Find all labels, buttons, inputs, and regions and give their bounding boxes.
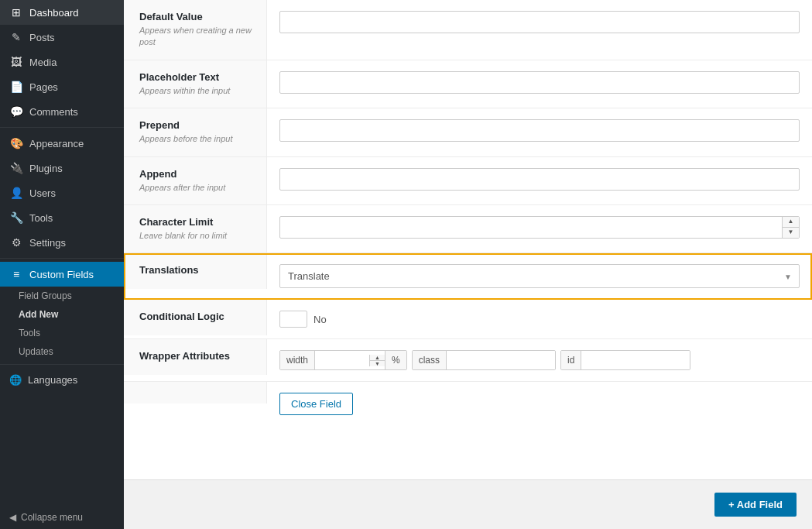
appearance-icon: 🎨 xyxy=(9,137,23,149)
width-spinner-up[interactable]: ▲ xyxy=(370,355,385,361)
sidebar-subitem-updates[interactable]: Updates xyxy=(0,342,124,361)
sidebar-item-label: Tools xyxy=(29,212,53,224)
dashboard-icon: ⊞ xyxy=(9,6,23,19)
field-label-desc: Appears after the input xyxy=(139,182,254,194)
prepend-input[interactable] xyxy=(279,119,800,142)
field-row-close-field: Close Field xyxy=(124,382,812,426)
sidebar: ⊞ Dashboard ✎ Posts 🖼 Media 📄 Pages 💬 Co… xyxy=(0,0,124,529)
sidebar-subitem-label: Field Groups xyxy=(19,290,72,301)
sidebar-divider-2 xyxy=(0,258,124,259)
sidebar-item-label: Plugins xyxy=(29,163,63,174)
character-limit-spinners: ▲ ▼ xyxy=(782,217,799,238)
append-input[interactable] xyxy=(279,168,800,191)
field-input-append xyxy=(267,157,812,201)
close-field-button[interactable]: Close Field xyxy=(279,393,353,415)
sidebar-subitem-field-groups[interactable]: Field Groups xyxy=(0,287,124,305)
field-label-desc: Appears before the input xyxy=(139,133,254,145)
field-row-placeholder-text: Placeholder Text Appears within the inpu… xyxy=(124,60,812,108)
sidebar-item-label: Custom Fields xyxy=(29,269,94,280)
spinner-up[interactable]: ▲ xyxy=(783,217,799,228)
field-row-wrapper-attributes: Wrapper Attributes width ▲ ▼ % xyxy=(124,339,812,382)
sidebar-item-label: Dashboard xyxy=(29,7,79,19)
sidebar-item-media[interactable]: 🖼 Media xyxy=(0,50,124,74)
collapse-label: Collapse menu xyxy=(21,512,83,523)
character-limit-wrap: ▲ ▼ xyxy=(279,216,800,239)
sidebar-item-posts[interactable]: ✎ Posts xyxy=(0,25,124,50)
field-label-title: Default Value xyxy=(139,11,254,22)
field-row-default-value: Default Value Appears when creating a ne… xyxy=(124,0,812,60)
sidebar-item-appearance[interactable]: 🎨 Appearance xyxy=(0,131,124,156)
page-footer: + Add Field xyxy=(124,479,812,529)
field-input-placeholder-text xyxy=(267,60,812,105)
comments-icon: 💬 xyxy=(9,105,23,118)
class-attr-group: class xyxy=(412,350,556,370)
sidebar-item-custom-fields[interactable]: ≡ Custom Fields xyxy=(0,262,124,287)
users-icon: 👤 xyxy=(9,187,23,199)
field-label-title: Append xyxy=(139,168,254,180)
width-input[interactable] xyxy=(315,351,369,369)
field-input-conditional-logic: No xyxy=(267,300,812,338)
field-label-conditional-logic: Conditional Logic xyxy=(124,300,267,335)
field-label-placeholder-text: Placeholder Text Appears within the inpu… xyxy=(124,60,267,108)
width-spinner-down[interactable]: ▼ xyxy=(370,361,385,366)
sidebar-subitem-add-new[interactable]: Add New xyxy=(0,305,124,324)
field-input-translations: Translate Copy Disable xyxy=(267,253,812,299)
width-spinners: ▲ ▼ xyxy=(369,355,385,366)
class-input[interactable] xyxy=(447,351,555,369)
sidebar-item-label: Posts xyxy=(29,32,55,43)
sidebar-item-settings[interactable]: ⚙ Settings xyxy=(0,230,124,255)
sidebar-item-label: Settings xyxy=(29,237,66,249)
field-label-character-limit: Character Limit Leave blank for no limit xyxy=(124,205,267,252)
sidebar-item-plugins[interactable]: 🔌 Plugins xyxy=(0,156,124,180)
character-limit-input[interactable] xyxy=(279,216,800,239)
tools-icon: 🔧 xyxy=(9,211,23,224)
conditional-logic-toggle[interactable] xyxy=(279,311,307,328)
pages-icon: 📄 xyxy=(9,81,23,93)
field-row-append: Append Appears after the input xyxy=(124,157,812,205)
placeholder-text-input[interactable] xyxy=(279,71,800,94)
sidebar-subitem-tools[interactable]: Tools xyxy=(0,324,124,342)
field-row-translations: Translations Translate Copy Disable xyxy=(124,253,812,300)
field-label-desc: Appears when creating a new post xyxy=(139,25,254,49)
collapse-menu[interactable]: ◀ Collapse menu xyxy=(0,506,124,529)
field-input-prepend xyxy=(267,108,812,153)
field-label-title: Translations xyxy=(139,264,254,276)
sidebar-divider-3 xyxy=(0,364,124,365)
sidebar-subitem-label: Add New xyxy=(19,309,58,320)
spinner-down[interactable]: ▼ xyxy=(783,228,799,238)
sidebar-item-dashboard[interactable]: ⊞ Dashboard xyxy=(0,0,124,25)
sidebar-item-users[interactable]: 👤 Users xyxy=(0,180,124,205)
languages-icon: 🌐 xyxy=(9,374,22,386)
field-label-title: Conditional Logic xyxy=(139,311,254,322)
sidebar-item-tools[interactable]: 🔧 Tools xyxy=(0,205,124,230)
field-label-default-value: Default Value Appears when creating a ne… xyxy=(124,0,267,60)
field-row-conditional-logic: Conditional Logic No xyxy=(124,300,812,339)
sidebar-item-label: Pages xyxy=(29,81,58,93)
sidebar-item-languages[interactable]: 🌐 Languages xyxy=(0,368,124,392)
percent-suffix: % xyxy=(385,351,406,369)
main-content: Default Value Appears when creating a ne… xyxy=(124,0,812,529)
translations-select[interactable]: Translate Copy Disable xyxy=(279,264,800,288)
id-attr-group: id xyxy=(560,350,690,370)
conditional-logic-label: No xyxy=(313,314,327,325)
width-label: width xyxy=(280,351,315,369)
field-label-title: Wrapper Attributes xyxy=(139,350,254,362)
sidebar-item-label: Appearance xyxy=(29,138,84,149)
width-attr-group: width ▲ ▼ % xyxy=(279,350,407,370)
posts-icon: ✎ xyxy=(9,31,23,43)
sidebar-subitem-label: Tools xyxy=(19,328,40,338)
add-field-button[interactable]: + Add Field xyxy=(714,493,797,517)
field-label-title: Character Limit xyxy=(139,216,254,228)
field-label-title: Prepend xyxy=(139,119,254,131)
default-value-input[interactable] xyxy=(279,11,800,33)
sidebar-item-comments[interactable]: 💬 Comments xyxy=(0,99,124,124)
sidebar-divider xyxy=(0,127,124,128)
sidebar-item-pages[interactable]: 📄 Pages xyxy=(0,74,124,99)
sidebar-item-label: Users xyxy=(29,187,56,199)
field-label-append: Append Appears after the input xyxy=(124,157,267,204)
content-area: Default Value Appears when creating a ne… xyxy=(124,0,812,479)
field-label-prepend: Prepend Appears before the input xyxy=(124,108,267,156)
media-icon: 🖼 xyxy=(9,56,23,68)
id-input[interactable] xyxy=(581,351,690,369)
field-row-prepend: Prepend Appears before the input xyxy=(124,108,812,156)
